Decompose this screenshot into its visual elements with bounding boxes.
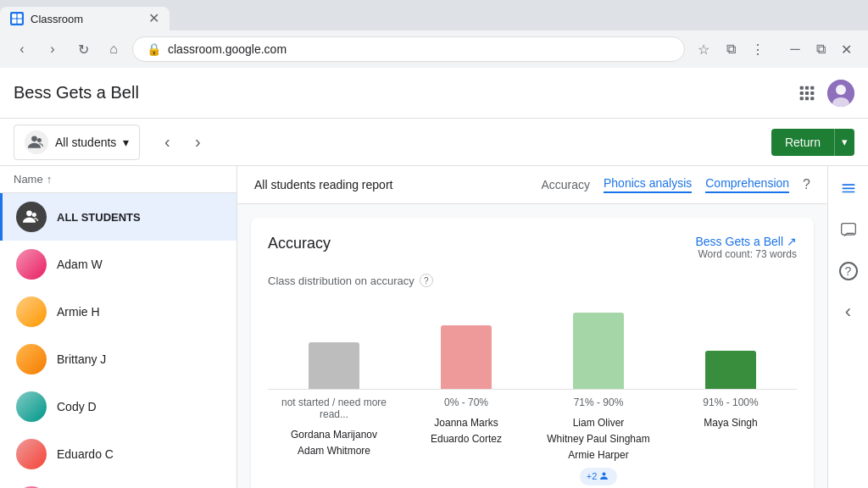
browser-tab[interactable]: Classroom ✕ xyxy=(0,7,170,30)
google-apps-icon[interactable] xyxy=(793,80,821,107)
sidebar-item-brittany[interactable]: Brittany J xyxy=(0,336,236,383)
bar-line xyxy=(400,389,532,390)
return-button[interactable]: Return xyxy=(771,129,834,156)
tab-phonics[interactable]: Phonics analysis xyxy=(604,176,692,193)
address-bar[interactable]: 🔒 classroom.google.com xyxy=(132,36,685,62)
bar-names: Maya Singh xyxy=(704,415,757,431)
bar-shape xyxy=(441,325,492,389)
name-column-header: Name ↑ xyxy=(14,173,223,186)
user-avatar[interactable] xyxy=(827,80,854,107)
svg-rect-1 xyxy=(18,14,22,18)
word-count: Word count: 73 words xyxy=(696,248,798,260)
svg-rect-8 xyxy=(805,91,809,94)
maximize-button[interactable]: ⧉ xyxy=(809,37,832,61)
bar-names: Joanna MarksEduardo Cortez xyxy=(431,415,502,447)
bar-line xyxy=(532,389,665,390)
sidebar-item-label: Armie H xyxy=(57,305,223,319)
svg-rect-7 xyxy=(800,91,804,94)
header-icons xyxy=(793,80,854,107)
tab-title: Classroom xyxy=(31,13,142,25)
home-button[interactable]: ⌂ xyxy=(102,37,125,61)
window-controls: ─ ⧉ ✕ xyxy=(783,37,858,61)
lock-icon: 🔒 xyxy=(147,42,161,56)
menu-button[interactable]: ⋮ xyxy=(746,37,770,61)
help-circle-icon[interactable]: ? xyxy=(835,258,862,285)
bar-range-label: 71% - 90% xyxy=(574,396,624,408)
bar-line xyxy=(665,389,797,390)
bookmark-button[interactable]: ☆ xyxy=(692,37,715,61)
right-sidebar: ? ‹ xyxy=(827,166,868,488)
student-select[interactable]: All students ▾ xyxy=(14,125,140,160)
chat-icon[interactable] xyxy=(835,217,862,244)
browser-chrome: Classroom ✕ ‹ › ↻ ⌂ 🔒 classroom.google.c… xyxy=(0,0,868,68)
bar-91-100: 91% - 100% Maya Singh xyxy=(665,304,797,485)
svg-point-17 xyxy=(37,138,42,142)
students-icon xyxy=(25,130,48,154)
svg-point-20 xyxy=(603,473,606,476)
svg-rect-3 xyxy=(18,19,22,24)
bar-line xyxy=(268,389,400,390)
list-view-icon[interactable] xyxy=(835,176,862,203)
sidebar: Name ↑ ALL STUDENTS Adam W Armie H xyxy=(0,166,237,488)
tab-accuracy[interactable]: Accuracy xyxy=(541,178,590,191)
extensions-button[interactable]: ⧉ xyxy=(719,37,743,61)
avatar xyxy=(16,391,47,422)
return-group: Return ▾ xyxy=(771,129,854,156)
return-dropdown-button[interactable]: ▾ xyxy=(834,129,854,156)
avatar xyxy=(16,297,47,327)
prev-arrow[interactable]: ‹ xyxy=(153,129,181,156)
extra-students-badge[interactable]: +2 xyxy=(580,468,618,486)
card-title-group: Accuracy xyxy=(268,235,331,256)
dist-help-icon[interactable]: ? xyxy=(420,274,433,287)
tab-close-button[interactable]: ✕ xyxy=(148,12,159,25)
accuracy-card: Accuracy Bess Gets a Bell ↗ Word count: … xyxy=(251,218,814,488)
external-link-icon: ↗ xyxy=(787,235,797,248)
sidebar-item-cody[interactable]: Cody D xyxy=(0,383,236,430)
dropdown-icon: ▾ xyxy=(123,136,129,149)
refresh-button[interactable]: ↻ xyxy=(71,37,95,61)
bar-shape xyxy=(309,342,359,389)
minimize-button[interactable]: ─ xyxy=(783,37,807,61)
bar-container xyxy=(268,304,400,389)
url-text: classroom.google.com xyxy=(168,42,287,56)
svg-rect-21 xyxy=(842,184,854,186)
tab-bar: Classroom ✕ xyxy=(0,0,868,30)
sidebar-header: Name ↑ xyxy=(0,166,236,193)
svg-point-14 xyxy=(836,85,846,95)
sidebar-item-label: Cody D xyxy=(57,400,223,413)
svg-point-16 xyxy=(31,136,37,141)
collapse-icon[interactable]: ‹ xyxy=(835,298,862,325)
sidebar-item-all-students[interactable]: ALL STUDENTS xyxy=(0,193,236,241)
sidebar-item-adam[interactable]: Adam W xyxy=(0,241,236,288)
bar-range-label: not started / need more read... xyxy=(268,396,400,420)
book-name-link[interactable]: Bess Gets a Bell ↗ xyxy=(696,235,798,248)
bar-0-70: 0% - 70% Joanna MarksEduardo Cortez xyxy=(400,304,532,485)
page-title: Bess Gets a Bell xyxy=(14,83,793,103)
sidebar-item-label: Adam W xyxy=(57,258,223,271)
svg-rect-11 xyxy=(805,97,809,100)
bar-names: Gordana MarijanovAdam Whitmore xyxy=(291,427,377,459)
nav-arrows: ‹ › xyxy=(153,129,211,156)
sidebar-item-label: Brittany J xyxy=(57,352,223,366)
svg-point-19 xyxy=(32,213,36,217)
avatar xyxy=(16,439,47,469)
back-button[interactable]: ‹ xyxy=(10,37,34,61)
tab-comprehension[interactable]: Comprehension xyxy=(705,176,789,193)
svg-rect-23 xyxy=(842,191,854,193)
close-window-button[interactable]: ✕ xyxy=(834,37,858,61)
bar-container xyxy=(400,304,532,389)
sidebar-item-joanna[interactable]: Joanna M xyxy=(0,478,236,488)
distribution-label: Class distribution on accuracy ? xyxy=(268,274,797,287)
sort-icon: ↑ xyxy=(47,173,53,186)
next-arrow[interactable]: › xyxy=(184,129,211,156)
report-title: All students reading report xyxy=(254,178,520,191)
forward-button[interactable]: › xyxy=(41,37,64,61)
avatar xyxy=(16,344,47,374)
nav-icons: ☆ ⧉ ⋮ xyxy=(692,37,770,61)
sidebar-item-armie[interactable]: Armie H xyxy=(0,288,236,336)
help-icon[interactable]: ? xyxy=(803,177,810,192)
bar-chart: not started / need more read... Gordana … xyxy=(268,304,797,485)
sidebar-item-eduardo[interactable]: Eduardo C xyxy=(0,430,236,478)
report-header: All students reading report Accuracy Pho… xyxy=(237,166,827,204)
nav-bar: ‹ › ↻ ⌂ 🔒 classroom.google.com ☆ ⧉ ⋮ ─ ⧉… xyxy=(0,30,868,68)
